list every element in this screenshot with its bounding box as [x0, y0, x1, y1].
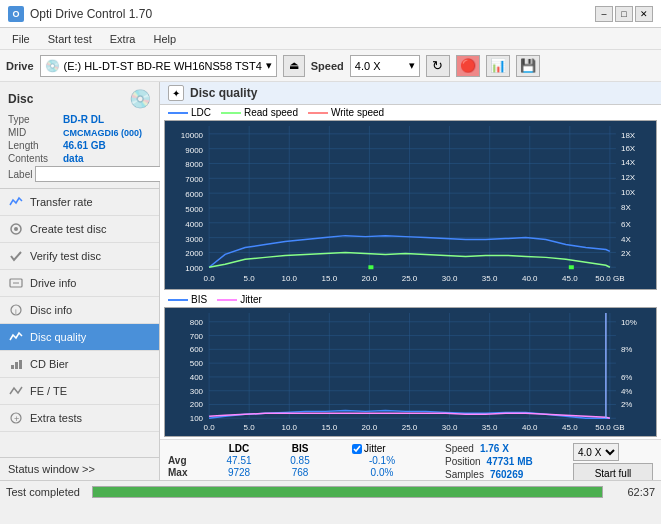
- svg-text:6000: 6000: [185, 190, 203, 199]
- label-input[interactable]: [35, 166, 164, 182]
- type-value: BD-R DL: [63, 114, 104, 125]
- svg-text:6X: 6X: [621, 220, 631, 229]
- jitter-checkbox[interactable]: [352, 444, 362, 454]
- svg-text:10X: 10X: [621, 188, 636, 197]
- start-full-button[interactable]: Start full: [573, 463, 653, 480]
- svg-text:45.0: 45.0: [562, 423, 578, 432]
- menu-start-test[interactable]: Start test: [40, 31, 100, 47]
- svg-text:8000: 8000: [185, 160, 203, 169]
- svg-text:25.0: 25.0: [402, 274, 418, 283]
- svg-text:2%: 2%: [621, 401, 633, 410]
- position-label: Position: [445, 456, 481, 467]
- transfer-rate-icon: [8, 194, 24, 210]
- eject-button[interactable]: ⏏: [283, 55, 305, 77]
- maximize-button[interactable]: □: [615, 6, 633, 22]
- disc-contents-row: Contents data: [8, 153, 151, 164]
- save-button[interactable]: 💾: [516, 55, 540, 77]
- avg-ldc-value: 47.51: [209, 455, 269, 466]
- sidebar-item-transfer-rate[interactable]: Transfer rate: [0, 189, 159, 216]
- length-value: 46.61 GB: [63, 140, 106, 151]
- svg-text:40.0: 40.0: [522, 423, 538, 432]
- sidebar-item-disc-info[interactable]: i Disc info: [0, 297, 159, 324]
- svg-text:0.0: 0.0: [204, 274, 216, 283]
- speed-dropdown-row: 4.0 X: [573, 443, 653, 461]
- fe-te-icon: [8, 383, 24, 399]
- menu-help[interactable]: Help: [145, 31, 184, 47]
- stats-panel: LDC BIS Jitter Avg 47.51 0.85 -0.1%: [160, 439, 661, 480]
- speed-pos-samples: Speed 1.76 X Position 47731 MB Samples 7…: [445, 443, 565, 480]
- contents-label: Contents: [8, 153, 63, 164]
- sidebar-item-cd-bier[interactable]: CD Bier: [0, 351, 159, 378]
- content-area: ✦ Disc quality LDC Read speed Write spee…: [160, 82, 661, 480]
- svg-text:10000: 10000: [181, 131, 204, 140]
- max-bis-value: 768: [270, 467, 330, 478]
- legend-jitter-color: [217, 299, 237, 301]
- legend-ldc-color: [168, 112, 188, 114]
- sidebar-item-disc-quality[interactable]: Disc quality: [0, 324, 159, 351]
- top-chart-svg: 1000 2000 3000 4000 5000 6000 7000 8000 …: [165, 121, 656, 289]
- svg-text:35.0: 35.0: [482, 423, 498, 432]
- svg-text:1000: 1000: [185, 264, 203, 273]
- nav-label-transfer-rate: Transfer rate: [30, 196, 93, 208]
- disc-header: Disc 💿: [8, 88, 151, 110]
- sidebar-item-create-test-disc[interactable]: Create test disc: [0, 216, 159, 243]
- drive-select-value: (E:) HL-DT-ST BD-RE WH16NS58 TST4: [64, 60, 262, 72]
- time-display: 62:37: [615, 486, 655, 498]
- svg-text:0.0: 0.0: [204, 423, 216, 432]
- menu-file[interactable]: File: [4, 31, 38, 47]
- status-text: Test completed: [6, 486, 80, 498]
- close-button[interactable]: ✕: [635, 6, 653, 22]
- svg-text:300: 300: [190, 387, 204, 396]
- max-jitter-value: 0.0%: [352, 467, 412, 478]
- svg-text:600: 600: [190, 345, 204, 354]
- svg-rect-7: [15, 362, 18, 369]
- sidebar-item-verify-test-disc[interactable]: Verify test disc: [0, 243, 159, 270]
- progress-bar-fill: [93, 487, 602, 497]
- stats-table: LDC BIS Jitter Avg 47.51 0.85 -0.1%: [168, 443, 437, 480]
- speed-label: Speed: [311, 60, 344, 72]
- minimize-button[interactable]: –: [595, 6, 613, 22]
- nav-items: Transfer rate Create test disc Verify te…: [0, 189, 159, 457]
- samples-row: Samples 760269: [445, 469, 565, 480]
- legend-ldc: LDC: [168, 107, 211, 118]
- svg-text:18X: 18X: [621, 131, 636, 140]
- cd-bier-icon: [8, 356, 24, 372]
- menu-extra[interactable]: Extra: [102, 31, 144, 47]
- disc-length-row: Length 46.61 GB: [8, 140, 151, 151]
- svg-text:10%: 10%: [621, 318, 637, 327]
- speed-select-box[interactable]: 4.0 X ▾: [350, 55, 420, 77]
- svg-text:30.0: 30.0: [442, 274, 458, 283]
- svg-text:30.0: 30.0: [442, 423, 458, 432]
- speed-dropdown[interactable]: 4.0 X: [573, 443, 619, 461]
- col-empty2: [331, 443, 351, 454]
- col-empty: [168, 443, 208, 454]
- refresh-button[interactable]: ↻: [426, 55, 450, 77]
- mid-value: CMCMAGDI6 (000): [63, 128, 142, 138]
- extra-tests-icon: +: [8, 410, 24, 426]
- disc-quality-icon: [8, 329, 24, 345]
- legend-write-label: Write speed: [331, 107, 384, 118]
- legend-bis-label: BIS: [191, 294, 207, 305]
- speed-value: 4.0 X: [355, 60, 405, 72]
- max-ldc-value: 9728: [209, 467, 269, 478]
- drive-select-box[interactable]: 💿 (E:) HL-DT-ST BD-RE WH16NS58 TST4 ▾: [40, 55, 277, 77]
- svg-text:12X: 12X: [621, 173, 636, 182]
- sidebar-item-extra-tests[interactable]: + Extra tests: [0, 405, 159, 432]
- svg-text:400: 400: [190, 373, 204, 382]
- svg-rect-62: [368, 265, 373, 269]
- burn-button[interactable]: 🔴: [456, 55, 480, 77]
- legend-jitter-label: Jitter: [240, 294, 262, 305]
- col-jitter-header: Jitter: [352, 443, 412, 454]
- nav-label-create-test-disc: Create test disc: [30, 223, 106, 235]
- svg-text:2000: 2000: [185, 249, 203, 258]
- nav-label-cd-bier: CD Bier: [30, 358, 69, 370]
- contents-value: data: [63, 153, 84, 164]
- status-window-button[interactable]: Status window >>: [0, 457, 159, 480]
- statusbar: Test completed 62:37: [0, 480, 661, 502]
- sidebar-item-fe-te[interactable]: FE / TE: [0, 378, 159, 405]
- sidebar-item-drive-info[interactable]: Drive info: [0, 270, 159, 297]
- svg-text:5.0: 5.0: [244, 423, 256, 432]
- disc-quality-header: ✦ Disc quality: [160, 82, 661, 105]
- svg-text:5000: 5000: [185, 205, 203, 214]
- graph-button[interactable]: 📊: [486, 55, 510, 77]
